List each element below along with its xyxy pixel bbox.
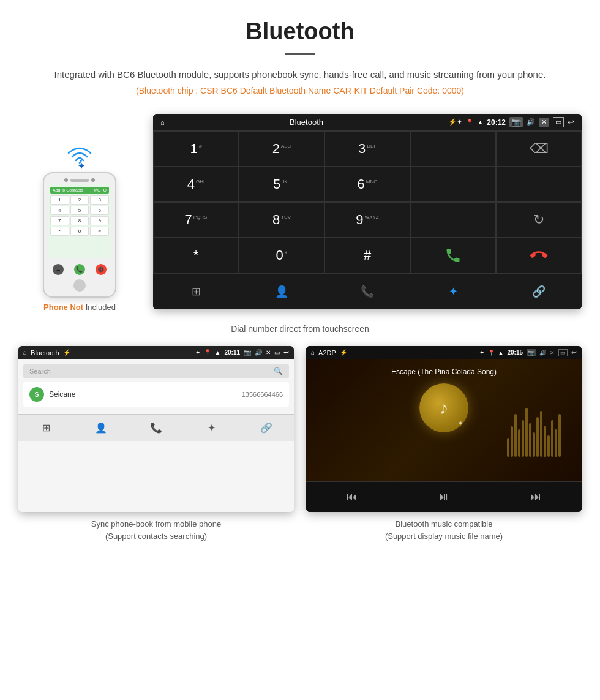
music-caption: Bluetooth music compatible (Support disp…	[306, 518, 582, 542]
music-item: ⌂ A2DP ⚡ ✦ 📍 ▲ 20:15 📷 🔊 ✕ ▭ ↩	[306, 346, 582, 542]
window-icon[interactable]: ▭	[553, 117, 564, 127]
music-win[interactable]: ▭	[558, 349, 568, 356]
page-title: Bluetooth	[37, 18, 563, 45]
pb-nav-bt[interactable]: ✦	[184, 420, 239, 436]
phone-keypad: 1 2 3 4 5 6 7 8 9 * 0 #	[50, 195, 109, 236]
music-body: Escape (The Pina Colada Song) ♪ ✦	[306, 359, 582, 481]
eq-bar	[555, 429, 557, 457]
eq-bar	[514, 414, 517, 457]
page-description: Integrated with BC6 Bluetooth module, su…	[37, 67, 563, 82]
key-3[interactable]: 3 DEF	[324, 131, 410, 167]
key-hash[interactable]: #	[324, 238, 410, 273]
phonebook-search-bar[interactable]: Search 🔍	[23, 364, 289, 378]
music-signal: ▲	[498, 350, 504, 356]
empty-cell-3	[496, 167, 582, 202]
usb-icon: ⚡	[448, 118, 457, 126]
pb-home-icon[interactable]: ⌂	[23, 349, 27, 356]
equalizer-bars	[507, 408, 561, 457]
phone-mockup: Add to Contacts MOTO 1 2 3 4 5 6 7 8	[43, 172, 116, 298]
music-prev-btn[interactable]: ⏮	[306, 488, 398, 506]
music-next-btn[interactable]: ⏭	[490, 488, 582, 506]
dialer-nav-link[interactable]: 🔗	[496, 280, 582, 303]
eq-bar	[518, 429, 520, 457]
key-2[interactable]: 2 ABC	[239, 131, 324, 167]
phone-dot	[64, 178, 68, 182]
empty-cell-1	[410, 131, 496, 167]
page-container: Bluetooth Integrated with BC6 Bluetooth …	[0, 0, 600, 554]
music-caption-line1: Bluetooth music compatible	[396, 519, 493, 529]
key-star[interactable]: *	[153, 238, 239, 273]
title-divider	[285, 53, 315, 55]
empty-cell-4	[410, 202, 496, 238]
dialer-keypad: 1 ⌀ 2 ABC 3	[153, 131, 582, 273]
music-camera[interactable]: 📷	[527, 349, 536, 356]
music-title: A2DP	[318, 349, 336, 356]
key-5[interactable]: 5 JKL	[239, 167, 324, 202]
music-vol[interactable]: 🔊	[539, 350, 546, 356]
dialer-nav-bt[interactable]: ✦	[410, 280, 496, 303]
key-4[interactable]: 4 GHI	[153, 167, 239, 202]
main-section: ✦ Add to Contacts MOTO	[0, 102, 600, 554]
pb-nav-phone[interactable]: 📞	[129, 420, 184, 436]
pb-camera[interactable]: 📷	[244, 349, 251, 356]
reload-key[interactable]: ↻	[496, 202, 582, 238]
pb-nav-contacts[interactable]: 👤	[73, 420, 129, 436]
music-nav: ⏮ ⏯ ⏭	[306, 481, 582, 512]
back-icon[interactable]: ↩	[568, 118, 574, 127]
music-artwork: ♪ ✦	[419, 383, 468, 432]
eq-bar	[533, 432, 535, 457]
music-status-bar: ⌂ A2DP ⚡ ✦ 📍 ▲ 20:15 📷 🔊 ✕ ▭ ↩	[306, 346, 582, 359]
music-playpause-btn[interactable]: ⏯	[398, 488, 490, 506]
key-7[interactable]: 7 PQRS	[153, 202, 239, 238]
dialer-screen: ⌂ Bluetooth ⚡ ✦ 📍 ▲ 20:12 📷 🔊 ✕ ▭	[153, 114, 582, 309]
end-call-button[interactable]	[496, 238, 582, 273]
phone-dot-2	[91, 178, 95, 182]
pb-nav-link[interactable]: 🔗	[239, 420, 294, 436]
phone-illustration-section: ✦ Add to Contacts MOTO	[18, 114, 141, 312]
phonebook-item: ⌂ Bluetooth ⚡ ✦ 📍 ▲ 20:11 📷 🔊 ✕ ▭ ↩	[18, 346, 294, 542]
dialer-nav-phone[interactable]: 📞	[324, 280, 410, 303]
eq-bar	[544, 426, 546, 457]
call-button[interactable]	[410, 238, 496, 273]
camera-icon[interactable]: 📷	[509, 117, 523, 127]
top-row: ✦ Add to Contacts MOTO	[18, 114, 582, 312]
eq-bar	[536, 417, 539, 457]
music-bt-icon: ✦	[479, 349, 484, 356]
dialer-nav-grid[interactable]: ⊞	[153, 280, 239, 303]
pb-vol[interactable]: 🔊	[255, 349, 262, 356]
wifi-waves-icon: ✦	[61, 138, 98, 172]
key-8[interactable]: 8 TUV	[239, 202, 324, 238]
pb-nav-grid[interactable]: ⊞	[18, 420, 73, 436]
page-header: Bluetooth Integrated with BC6 Bluetooth …	[0, 0, 600, 102]
bt-status-icon: ✦	[457, 118, 462, 126]
phonebook-caption-line1: Sync phone-book from mobile phone	[91, 519, 221, 529]
pb-x[interactable]: ✕	[266, 349, 271, 356]
key-0[interactable]: 0 +	[239, 238, 324, 273]
contact-phone: 13566664466	[242, 391, 283, 398]
backspace-key[interactable]: ⌫	[496, 131, 582, 167]
music-home-icon[interactable]: ⌂	[311, 349, 315, 356]
bottom-row: ⌂ Bluetooth ⚡ ✦ 📍 ▲ 20:11 📷 🔊 ✕ ▭ ↩	[18, 346, 582, 542]
eq-bar	[547, 435, 550, 457]
music-screen: ⌂ A2DP ⚡ ✦ 📍 ▲ 20:15 📷 🔊 ✕ ▭ ↩	[306, 346, 582, 512]
music-x[interactable]: ✕	[550, 350, 555, 356]
key-6[interactable]: 6 MNO	[324, 167, 410, 202]
key-1[interactable]: 1 ⌀	[153, 131, 239, 167]
phonebook-status-bar: ⌂ Bluetooth ⚡ ✦ 📍 ▲ 20:11 📷 🔊 ✕ ▭ ↩	[18, 346, 294, 359]
music-back[interactable]: ↩	[571, 348, 577, 356]
pb-back[interactable]: ↩	[283, 348, 289, 356]
dialer-status-bar: ⌂ Bluetooth ⚡ ✦ 📍 ▲ 20:12 📷 🔊 ✕ ▭	[153, 114, 582, 131]
eq-bar	[529, 423, 531, 457]
dialer-section: ⌂ Bluetooth ⚡ ✦ 📍 ▲ 20:12 📷 🔊 ✕ ▭	[153, 114, 582, 309]
home-icon[interactable]: ⌂	[160, 119, 165, 126]
contact-row[interactable]: S Seicane 13566664466	[23, 382, 289, 407]
volume-icon[interactable]: 🔊	[527, 118, 535, 126]
pb-bt-icon: ✦	[195, 349, 200, 356]
music-time: 20:15	[507, 349, 523, 356]
dialer-nav-contacts[interactable]: 👤	[239, 280, 324, 303]
pb-win[interactable]: ▭	[274, 349, 280, 356]
key-9[interactable]: 9 WXYZ	[324, 202, 410, 238]
eq-bar	[540, 411, 542, 457]
eq-bar	[522, 420, 524, 457]
close-icon[interactable]: ✕	[539, 118, 549, 127]
